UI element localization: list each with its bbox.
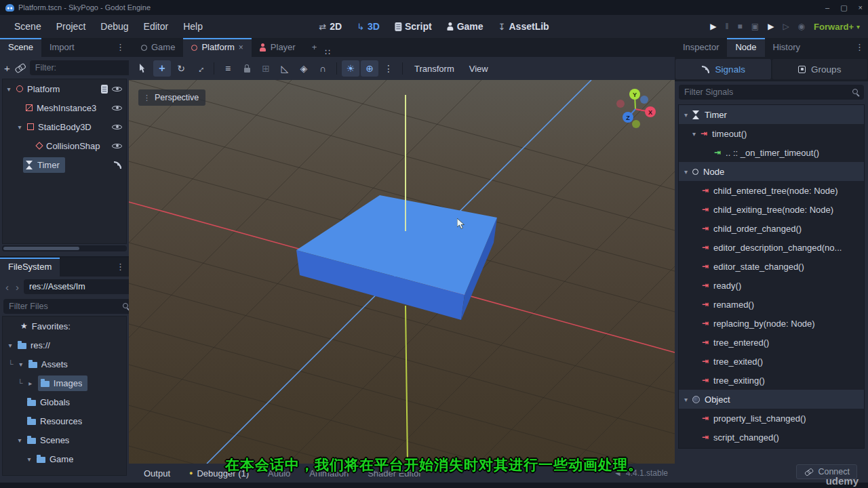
menu-editor[interactable]: Editor xyxy=(136,21,176,32)
expand-arrow-icon[interactable]: ▸ xyxy=(27,380,34,387)
rotate-tool[interactable]: ↻ xyxy=(172,60,190,77)
menu-scene[interactable]: Scene xyxy=(7,21,49,32)
signal-row[interactable]: ⇥child_entered_tree(node: Node) xyxy=(679,181,864,200)
preview-environment-toggle[interactable]: ⊕ xyxy=(361,60,378,77)
snap-toggle[interactable]: ∩ xyxy=(314,60,332,77)
tree-node-collisionshape[interactable]: CollisionShap xyxy=(3,136,126,155)
signal-row[interactable]: ⇥ready() xyxy=(679,276,864,295)
expand-arrow-icon[interactable]: ▾ xyxy=(684,111,688,119)
fs-item-res[interactable]: ▾ res:// xyxy=(3,336,126,354)
signal-row[interactable]: ⇥child_order_changed() xyxy=(679,219,864,238)
filesystem-menu-icon[interactable]: ⋮ xyxy=(112,258,129,277)
tree-node-meshinstance[interactable]: MeshInstance3 xyxy=(3,98,126,117)
view-menu[interactable]: View xyxy=(462,64,495,74)
3d-viewport[interactable]: ⋮ Perspective Y X Z xyxy=(129,80,675,464)
ruler-tool[interactable]: ◺ xyxy=(276,60,294,77)
signal-connection-row[interactable]: ⇥ .. :: _on_timer_timeout() xyxy=(679,143,864,162)
renderer-select[interactable]: Forward+▾ xyxy=(814,22,860,32)
signal-row[interactable]: ⇥tree_exiting() xyxy=(679,371,864,390)
scene-tab-platform[interactable]: Platform × xyxy=(183,38,251,57)
tab-scene[interactable]: Scene xyxy=(0,38,41,57)
play-custom-scene-button[interactable]: ▷ xyxy=(783,22,789,31)
expand-arrow-icon[interactable]: ▾ xyxy=(5,85,12,93)
signal-category-node[interactable]: ▾ Node xyxy=(679,162,864,181)
menu-help[interactable]: Help xyxy=(176,21,210,32)
signal-connection-icon[interactable] xyxy=(113,161,122,169)
fs-item-assets[interactable]: └ ▾ Assets xyxy=(3,354,126,373)
list-select-tool[interactable]: ≡ xyxy=(219,60,237,77)
horizontal-scrollbar[interactable] xyxy=(2,245,127,251)
tab-history[interactable]: History xyxy=(765,38,808,57)
workspace-game[interactable]: Game xyxy=(447,21,484,32)
transform-menu[interactable]: Transform xyxy=(408,64,461,74)
signal-category-object[interactable]: ▾ Object xyxy=(679,390,864,409)
local-space-toggle[interactable]: ◈ xyxy=(295,60,313,77)
nav-forward-icon[interactable]: › xyxy=(14,281,21,293)
maximize-button[interactable]: ▢ xyxy=(840,3,847,12)
expand-arrow-icon[interactable]: ▾ xyxy=(7,342,14,349)
play-button[interactable]: ▶ xyxy=(710,22,716,31)
visibility-icon[interactable] xyxy=(112,141,122,150)
instantiate-scene-icon[interactable] xyxy=(13,61,26,74)
file-filter-input[interactable] xyxy=(7,301,119,312)
script-attached-icon[interactable] xyxy=(101,85,108,94)
scene-tab-game[interactable]: Game xyxy=(133,38,183,57)
fs-item-scenes[interactable]: ▾ Scenes xyxy=(3,430,126,449)
expand-arrow-icon[interactable]: ▾ xyxy=(684,168,688,176)
new-scene-tab-button[interactable]: + xyxy=(304,38,326,57)
current-path-input[interactable] xyxy=(28,281,140,292)
signal-row[interactable]: ⇥tree_entered() xyxy=(679,333,864,352)
group-icon[interactable]: ⊞ xyxy=(257,60,275,77)
scale-tool[interactable]: ↔ xyxy=(188,56,212,80)
signal-row[interactable]: ⇥tree_exited() xyxy=(679,352,864,371)
fullscreen-toggle-icon[interactable]: ∷ xyxy=(325,47,338,57)
lock-icon[interactable] xyxy=(238,60,256,77)
preview-menu-icon[interactable]: ⋮ xyxy=(380,60,397,77)
signal-filter-input[interactable] xyxy=(683,87,849,98)
workspace-3d[interactable]: ↳3D xyxy=(357,21,380,32)
tree-node-staticbody[interactable]: ▾ StaticBody3D xyxy=(3,117,126,136)
nav-back-icon[interactable]: ‹ xyxy=(3,281,11,293)
close-button[interactable]: × xyxy=(859,3,863,12)
visibility-icon[interactable] xyxy=(112,103,122,113)
tree-node-platform[interactable]: ▾ Platform xyxy=(3,79,126,98)
stop-button[interactable]: ■ xyxy=(738,22,743,31)
expand-arrow-icon[interactable]: ▾ xyxy=(16,436,23,444)
fs-item-favorites[interactable]: ★ Favorites: xyxy=(3,317,126,336)
menu-project[interactable]: Project xyxy=(49,21,94,32)
tab-inspector[interactable]: Inspector xyxy=(675,38,727,57)
fs-item-globals[interactable]: Globals xyxy=(3,392,126,411)
movie-maker-icon[interactable]: ◉ xyxy=(798,22,805,31)
signal-row[interactable]: ⇥editor_state_changed() xyxy=(679,257,864,276)
signal-row[interactable]: ⇥replacing_by(node: Node) xyxy=(679,314,864,333)
select-tool[interactable] xyxy=(134,60,152,77)
tree-node-timer[interactable]: Timer xyxy=(3,155,126,174)
minimize-button[interactable]: – xyxy=(825,3,829,12)
signal-row-timeout[interactable]: ▾ ⇥ timeout() xyxy=(679,124,864,143)
close-tab-icon[interactable]: × xyxy=(239,39,243,56)
visibility-icon[interactable] xyxy=(112,84,122,94)
signal-category-timer[interactable]: ▾ Timer xyxy=(679,105,864,124)
perspective-menu[interactable]: ⋮ Perspective xyxy=(138,89,205,106)
fs-item-resources[interactable]: Resources xyxy=(3,411,126,430)
scrollbar-thumb[interactable] xyxy=(3,247,79,250)
signal-row[interactable]: ⇥editor_description_changed(no... xyxy=(679,238,864,257)
subtab-signals[interactable]: Signals xyxy=(675,59,771,79)
tab-import[interactable]: Import xyxy=(41,38,83,57)
node-dock-menu-icon[interactable]: ⋮ xyxy=(851,38,868,57)
workspace-assetlib[interactable]: ↧AssetLib xyxy=(498,21,549,32)
remote-debug-icon[interactable]: ▣ xyxy=(751,22,759,31)
add-node-button[interactable]: + xyxy=(4,63,10,73)
expand-arrow-icon[interactable]: ▾ xyxy=(684,396,688,403)
workspace-script[interactable]: Script xyxy=(395,21,432,32)
tab-filesystem[interactable]: FileSystem xyxy=(0,258,60,277)
signal-row[interactable]: ⇥child_exiting_tree(node: Node) xyxy=(679,200,864,219)
tab-node[interactable]: Node xyxy=(727,38,764,57)
signal-row[interactable]: ⇥property_list_changed() xyxy=(679,409,864,428)
visibility-icon[interactable] xyxy=(112,122,122,131)
expand-arrow-icon[interactable]: ▾ xyxy=(16,123,23,131)
fs-item-images[interactable]: └ ▸ Images xyxy=(3,373,126,392)
menu-debug[interactable]: Debug xyxy=(93,21,136,32)
axis-gizmo[interactable]: Y X Z xyxy=(610,85,662,137)
expand-arrow-icon[interactable]: ▾ xyxy=(692,130,696,138)
